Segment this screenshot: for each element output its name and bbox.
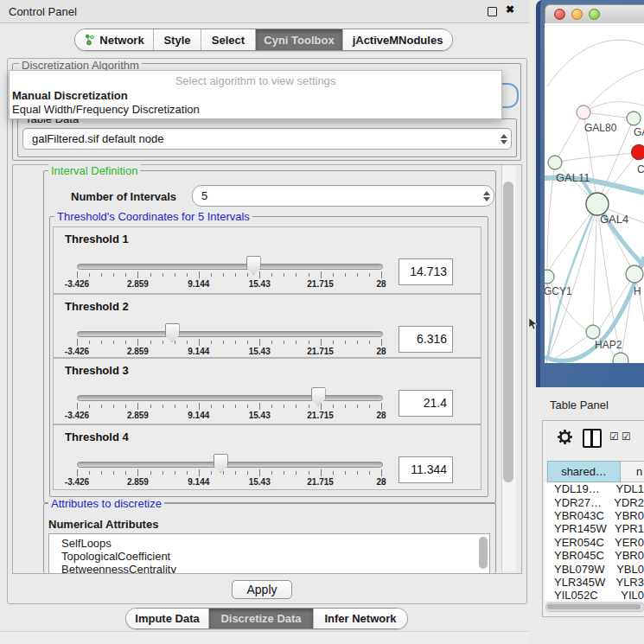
attribute-list-item[interactable]: TopologicalCoefficient <box>49 550 489 563</box>
minor-tick <box>247 405 248 408</box>
minor-tick <box>223 471 224 475</box>
network-canvas[interactable]: GAL80GACGAL11GAL4GCY1HHAP2 <box>545 23 644 363</box>
threshold-slider-track[interactable] <box>77 462 383 468</box>
threshold-value-field[interactable]: 14.713 <box>399 258 453 285</box>
tab-jactivemnodules[interactable]: jActiveMNodules <box>343 29 452 50</box>
cell-shared-name: YBR045C <box>545 549 609 562</box>
tab-label: Cyni Toolbox <box>264 34 334 47</box>
minor-tick <box>89 273 90 277</box>
threshold-value-field[interactable]: 11.344 <box>399 456 453 483</box>
checkbox-icon[interactable]: ☑ <box>609 430 619 443</box>
list-scrollbar-thumb[interactable] <box>479 537 488 569</box>
network-node-gal11[interactable] <box>548 156 562 169</box>
threshold-slider-thumb[interactable] <box>246 256 261 275</box>
tab-discretize-data[interactable]: Discretize Data <box>209 609 314 628</box>
table-row[interactable]: YER054CYER0 <box>545 536 644 549</box>
threshold-slider-track[interactable] <box>77 331 383 337</box>
table-row[interactable]: YBR043CYBR0 <box>545 509 644 522</box>
network-node-bottom-node[interactable] <box>613 353 628 363</box>
number-of-intervals-combobox[interactable]: 5 <box>192 185 494 207</box>
table-row[interactable]: YBR045CYBR0 <box>545 549 644 562</box>
scale-label: -3.426 <box>56 477 98 487</box>
maximize-traffic-light-icon[interactable] <box>589 9 600 20</box>
algorithm-option-equal-width-frequency-discretization[interactable]: Equal Width/Frequency Discretization <box>12 103 200 116</box>
minor-tick <box>296 405 296 408</box>
attribute-list-item[interactable]: BetweennessCentrality <box>49 563 489 574</box>
minor-tick <box>223 341 224 344</box>
major-tick <box>137 339 138 346</box>
horizontal-scrollbar[interactable] <box>545 603 644 612</box>
horizontal-scrollbar-thumb[interactable] <box>547 604 641 609</box>
scale-label: -3.426 <box>56 347 98 356</box>
network-node-red-node[interactable] <box>632 145 644 160</box>
attribute-list-item[interactable]: SelfLoops <box>49 537 489 550</box>
algorithm-option-manual-discretization[interactable]: Manual Discretization <box>12 89 128 102</box>
major-tick <box>381 339 382 346</box>
minor-tick <box>247 471 248 475</box>
tab-impute-data[interactable]: Impute Data <box>126 609 209 628</box>
stepper-arrows-icon <box>497 134 511 144</box>
algorithm-dropdown-hint: Select algorithm to view settings <box>10 74 501 87</box>
tab-style[interactable]: Style <box>154 29 201 50</box>
minor-tick <box>113 273 114 277</box>
major-tick <box>259 339 260 346</box>
minor-tick <box>235 273 236 277</box>
network-node-h-node[interactable] <box>626 265 643 283</box>
network-node-label: H <box>634 285 641 297</box>
network-node-gal-top[interactable] <box>627 112 641 125</box>
minimize-traffic-light-icon[interactable] <box>571 9 583 20</box>
split-columns-icon[interactable] <box>583 429 602 448</box>
cell-name: YBR0 <box>609 549 644 562</box>
major-tick <box>259 403 260 410</box>
vertical-scrollbar-thumb[interactable] <box>503 182 513 482</box>
threshold-value-field[interactable]: 6.316 <box>399 326 453 353</box>
gear-icon[interactable] <box>557 429 573 445</box>
threshold-slider-thumb[interactable] <box>165 323 180 342</box>
minor-tick <box>357 341 358 344</box>
float-window-icon[interactable] <box>488 7 497 16</box>
minor-tick <box>187 273 188 277</box>
table-data-combobox[interactable]: galFiltered.sif default node <box>22 128 512 150</box>
minor-tick <box>211 471 212 475</box>
cell-name: YDL1 <box>609 482 644 495</box>
network-node-gal80[interactable] <box>577 105 590 119</box>
threshold-slider-thumb[interactable] <box>214 454 228 473</box>
minor-tick <box>101 405 102 408</box>
scale-label: 28 <box>360 477 402 487</box>
minor-tick <box>333 405 334 408</box>
table-row[interactable]: YDL19…YDL1 <box>545 482 644 495</box>
close-traffic-light-icon[interactable] <box>554 9 565 20</box>
table-row[interactable]: YPR145WYPR1 <box>545 522 644 535</box>
network-node-gcy1[interactable] <box>545 270 554 284</box>
cell-shared-name: YBR043C <box>545 509 609 522</box>
minor-tick <box>223 405 224 408</box>
threshold-slider-track[interactable] <box>77 395 383 401</box>
tab-network[interactable]: Network <box>75 29 154 50</box>
table-row[interactable]: YDR27…YDR2 <box>545 495 644 508</box>
table-row[interactable]: YLR345WYLR3 <box>545 576 644 589</box>
cell-name: YIL0 <box>615 589 644 601</box>
tab-infer-network[interactable]: Infer Network <box>314 609 407 628</box>
table-row[interactable]: YBL079WYBL0 <box>545 562 644 575</box>
close-icon[interactable]: ✖ <box>506 3 514 16</box>
minor-tick <box>113 341 114 344</box>
tab-cyni-toolbox[interactable]: Cyni Toolbox <box>256 29 343 50</box>
column-header-name[interactable]: n <box>621 461 644 482</box>
threshold-slider-thumb[interactable] <box>311 387 326 406</box>
tab-select[interactable]: Select <box>201 29 256 50</box>
minor-tick <box>150 341 151 344</box>
scale-label: 2.859 <box>117 347 158 356</box>
checkbox-icon[interactable]: ☑ <box>622 430 631 443</box>
network-node-hap2[interactable] <box>586 325 600 339</box>
column-header-shared[interactable]: shared… <box>547 461 621 482</box>
major-tick <box>199 271 200 278</box>
minor-tick <box>345 471 346 475</box>
table-row[interactable]: YIL052CYIL0 <box>545 589 644 601</box>
network-node-label: GAL4 <box>600 213 628 226</box>
bottom-strip <box>0 631 529 644</box>
minor-tick <box>211 273 212 277</box>
threshold-value-field[interactable]: 21.4 <box>399 390 453 417</box>
apply-button[interactable]: Apply <box>232 580 292 599</box>
table-header-row: shared… n <box>547 461 644 482</box>
threshold-slider-track[interactable] <box>77 264 383 270</box>
